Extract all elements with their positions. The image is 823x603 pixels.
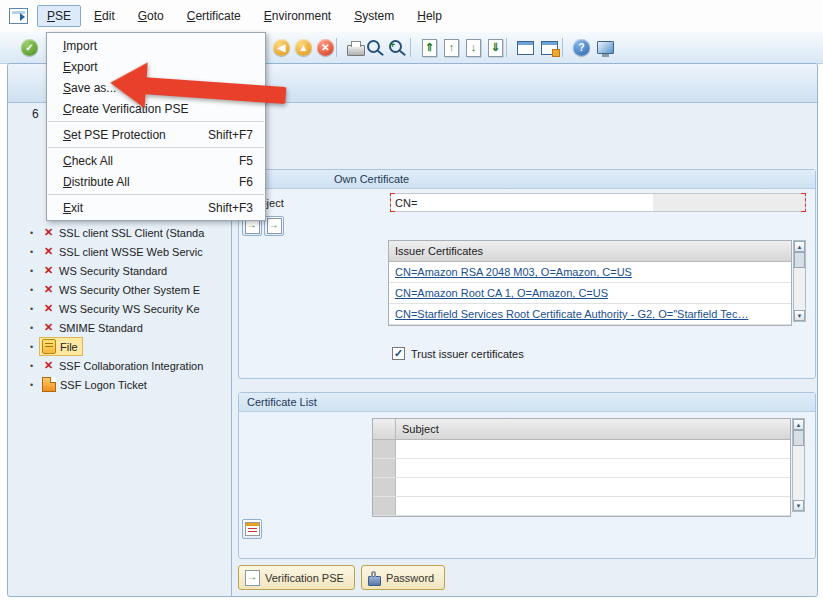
trust-issuer-certificates-checkbox[interactable]: ✓ bbox=[392, 347, 405, 360]
lock-icon bbox=[368, 576, 381, 586]
menu-item-label: Check All bbox=[63, 154, 221, 168]
toolbar-separator bbox=[562, 38, 563, 57]
menu-item-shortcut: Shift+F7 bbox=[208, 128, 253, 142]
subject-field[interactable]: CN= bbox=[390, 193, 806, 212]
sap-gui-window: PSEEditGotoCertificateEnvironmentSystemH… bbox=[0, 0, 823, 603]
menu-item-check-all[interactable]: Check AllF5 bbox=[47, 150, 265, 171]
issuer-certificate-link[interactable]: CN=Amazon Root CA 1, O=Amazon, C=US bbox=[395, 287, 608, 299]
scroll-up-icon[interactable]: ▲ bbox=[793, 419, 804, 430]
tree-item-file[interactable]: •File bbox=[8, 337, 231, 356]
bullet-icon: • bbox=[30, 342, 40, 352]
scrollbar-thumb[interactable] bbox=[794, 252, 805, 268]
row-selector-cell[interactable] bbox=[373, 478, 396, 496]
issuer-certificate-link[interactable]: CN=Amazon RSA 2048 M03, O=Amazon, C=US bbox=[395, 266, 632, 278]
exit-icon: ▲ bbox=[295, 39, 312, 56]
bullet-icon: • bbox=[30, 361, 40, 371]
menubar-item-help[interactable]: Help bbox=[407, 5, 452, 27]
verification-pse-button[interactable]: Verification PSE bbox=[238, 565, 355, 590]
tree-item-label: WS Security Standard bbox=[59, 265, 167, 277]
menubar-item-environment[interactable]: Environment bbox=[254, 5, 341, 27]
menu-separator bbox=[48, 147, 264, 148]
file-pse-icon bbox=[42, 339, 56, 354]
tree-node: File bbox=[40, 338, 82, 355]
certificate-list-row bbox=[373, 459, 790, 478]
menubar-item-edit[interactable]: Edit bbox=[84, 5, 125, 27]
toolbar-button-next-page[interactable]: ↓ bbox=[462, 36, 485, 59]
toolbar-button-customize-layout[interactable] bbox=[594, 36, 617, 59]
toolbar-button-enter[interactable]: ✓ bbox=[18, 36, 41, 59]
menubar-item-system[interactable]: System bbox=[344, 5, 404, 27]
issuer-certificate-link[interactable]: CN=Starfield Services Root Certificate A… bbox=[395, 308, 748, 320]
password-button[interactable]: Password bbox=[361, 565, 445, 590]
certificate-list-scrollbar[interactable]: ▲ ▼ bbox=[792, 418, 805, 512]
export-certificate-button[interactable] bbox=[264, 216, 284, 236]
toolbar-button-last-page[interactable]: ⇓ bbox=[484, 36, 507, 59]
menu-item-shortcut: Shift+F3 bbox=[208, 201, 253, 215]
bullet-icon: • bbox=[30, 285, 40, 295]
tree-item-label: SMIME Standard bbox=[59, 322, 143, 334]
toolbar-button-new-session[interactable] bbox=[514, 36, 537, 59]
system-menu-icon[interactable] bbox=[9, 8, 28, 24]
tree-node: ✕SSL client WSSE Web Servic bbox=[40, 244, 207, 259]
arrow-head bbox=[109, 60, 148, 108]
certificate-list-table-header: Subject bbox=[373, 419, 790, 440]
toolbar-button-back[interactable]: ◀ bbox=[270, 36, 293, 59]
toolbar-button-find[interactable] bbox=[366, 36, 389, 59]
arrow-tail bbox=[144, 77, 287, 104]
bullet-icon: • bbox=[30, 228, 40, 238]
toolbar-button-find-next[interactable] bbox=[388, 36, 411, 59]
menu-item-import[interactable]: Import bbox=[47, 35, 265, 56]
toolbar-button-previous-page[interactable]: ↑ bbox=[440, 36, 463, 59]
tree-item-ws-security-other-system-e[interactable]: •✕WS Security Other System E bbox=[8, 280, 231, 299]
row-selector-cell[interactable] bbox=[373, 497, 396, 515]
tree-node: ✕WS Security WS Security Ke bbox=[40, 301, 204, 316]
toolbar-button-exit[interactable]: ▲ bbox=[292, 36, 315, 59]
footer-buttons: Verification PSE Password bbox=[238, 565, 445, 590]
tree-item-smime-standard[interactable]: •✕SMIME Standard bbox=[8, 318, 231, 337]
issuer-table-scrollbar[interactable]: ▲ ▼ bbox=[793, 240, 806, 322]
menu-item-distribute-all[interactable]: Distribute AllF6 bbox=[47, 171, 265, 192]
scrollbar-thumb[interactable] bbox=[793, 430, 804, 446]
toolbar-button-first-page[interactable]: ⇑ bbox=[418, 36, 441, 59]
issuer-certificates-rows: CN=Amazon RSA 2048 M03, O=Amazon, C=USCN… bbox=[389, 262, 791, 325]
scroll-up-icon[interactable]: ▲ bbox=[794, 241, 805, 252]
last-page-icon: ⇓ bbox=[488, 39, 503, 57]
toolbar-button-help[interactable]: ? bbox=[570, 36, 593, 59]
menubar-item-goto[interactable]: Goto bbox=[128, 5, 174, 27]
row-selector-cell[interactable] bbox=[373, 440, 396, 458]
enter-icon: ✓ bbox=[21, 39, 38, 56]
no-pse-icon: ✕ bbox=[42, 359, 55, 372]
tree-item-ssf-collaboration-integration[interactable]: •✕SSF Collaboration Integration bbox=[8, 356, 231, 375]
menu-item-shortcut: F6 bbox=[239, 175, 253, 189]
tree-item-ssl-client-ssl-client-standa[interactable]: •✕SSL client SSL Client (Standa bbox=[8, 223, 231, 242]
subject-cell bbox=[396, 497, 790, 515]
tree-item-ssf-logon-ticket[interactable]: •SSF Logon Ticket bbox=[8, 375, 231, 394]
export-icon bbox=[267, 218, 282, 234]
menu-item-exit[interactable]: ExitShift+F3 bbox=[47, 197, 265, 218]
row-selector-cell[interactable] bbox=[373, 459, 396, 477]
tree-item-ws-security-standard[interactable]: •✕WS Security Standard bbox=[8, 261, 231, 280]
menubar-item-pse[interactable]: PSE bbox=[37, 5, 81, 27]
toolbar-button-print[interactable] bbox=[344, 36, 367, 59]
tree-item-label: SSL client WSSE Web Servic bbox=[59, 246, 203, 258]
issuer-certificates-header-label: Issuer Certificates bbox=[395, 245, 483, 257]
scroll-down-icon[interactable]: ▼ bbox=[793, 500, 804, 511]
menu-item-label: Set PSE Protection bbox=[63, 128, 190, 142]
password-label: Password bbox=[386, 572, 434, 584]
menu-item-set-pse-protection[interactable]: Set PSE ProtectionShift+F7 bbox=[47, 124, 265, 145]
toolbar-button-create-shortcut[interactable] bbox=[538, 36, 561, 59]
toolbar-button-cancel[interactable]: ✕ bbox=[314, 36, 337, 59]
certificate-list-detail-button[interactable] bbox=[242, 519, 262, 539]
menu-separator bbox=[48, 194, 264, 195]
menubar-item-certificate[interactable]: Certificate bbox=[177, 5, 251, 27]
menubar-items: PSEEditGotoCertificateEnvironmentSystemH… bbox=[37, 5, 455, 27]
table-icon bbox=[245, 522, 260, 536]
menubar-item-label: PSE bbox=[47, 9, 71, 23]
no-pse-icon: ✕ bbox=[42, 302, 55, 315]
tree-node: ✕WS Security Other System E bbox=[40, 282, 204, 297]
tree-item-ssl-client-wsse-web-servic[interactable]: •✕SSL client WSSE Web Servic bbox=[8, 242, 231, 261]
tree-item-ws-security-ws-security-ke[interactable]: •✕WS Security WS Security Ke bbox=[8, 299, 231, 318]
scroll-down-icon[interactable]: ▼ bbox=[794, 310, 805, 321]
back-icon: ◀ bbox=[273, 39, 290, 56]
menubar-item-label: Goto bbox=[138, 9, 164, 23]
